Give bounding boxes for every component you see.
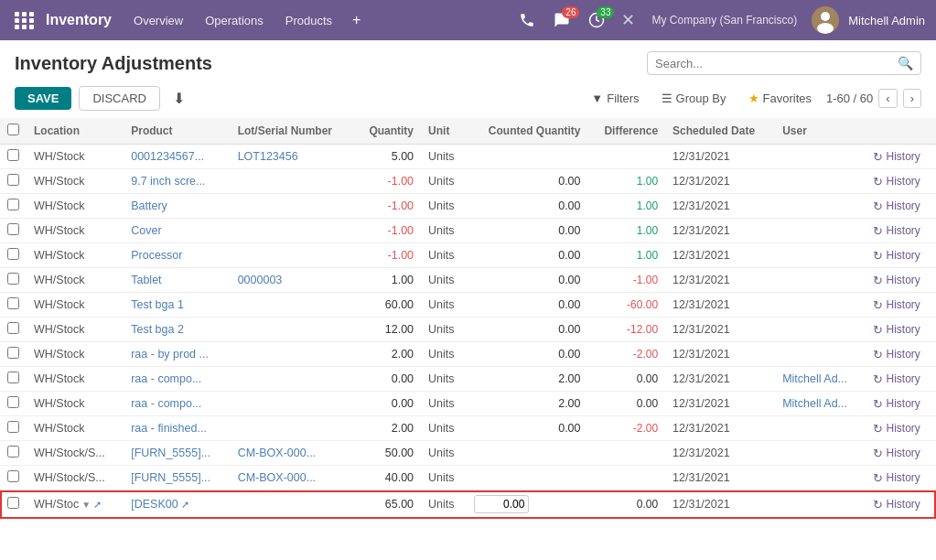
- discard-button[interactable]: DISCARD: [79, 86, 160, 111]
- row-checkbox[interactable]: [0, 342, 27, 367]
- row-lot[interactable]: [231, 194, 354, 219]
- row-checkbox[interactable]: [0, 318, 27, 342]
- row-lot[interactable]: CM-BOX-000...: [231, 441, 354, 466]
- row-counted[interactable]: 2.00: [467, 367, 587, 392]
- row-checkbox[interactable]: [0, 268, 27, 293]
- row-product[interactable]: Tablet: [124, 268, 230, 293]
- row-checkbox[interactable]: [0, 145, 27, 169]
- highlighted-row-counted[interactable]: [467, 490, 587, 519]
- highlighted-row-location[interactable]: WH/Stoc ▼ ➚: [27, 490, 124, 519]
- row-counted[interactable]: [467, 145, 587, 169]
- highlighted-row-product[interactable]: [DESK00 ➚: [124, 490, 230, 519]
- favorites-button[interactable]: ★ Favorites: [741, 88, 819, 109]
- row-user[interactable]: Mitchell Ad...: [775, 367, 865, 392]
- close-button[interactable]: ✕: [616, 10, 640, 30]
- prev-page-button[interactable]: ‹: [878, 89, 897, 108]
- row-checkbox[interactable]: [0, 194, 27, 219]
- row-counted[interactable]: 0.00: [467, 342, 587, 367]
- search-box[interactable]: 🔍: [647, 51, 921, 75]
- history-button[interactable]: ↻ History: [873, 397, 929, 411]
- row-counted[interactable]: [467, 441, 587, 466]
- row-product[interactable]: Test bga 2: [124, 318, 230, 342]
- row-lot[interactable]: 0000003: [231, 268, 354, 293]
- location-dropdown-arrow[interactable]: ▼: [81, 500, 91, 510]
- next-page-button[interactable]: ›: [903, 89, 921, 108]
- row-lot[interactable]: [231, 392, 354, 416]
- row-checkbox[interactable]: [0, 367, 27, 392]
- row-lot[interactable]: [231, 243, 354, 268]
- apps-menu-button[interactable]: [11, 6, 38, 34]
- row-checkbox[interactable]: [0, 293, 27, 318]
- add-menu-button[interactable]: +: [345, 8, 368, 32]
- download-button[interactable]: ⬇: [167, 86, 190, 111]
- history-button[interactable]: ↻ History: [873, 274, 929, 287]
- counted-input[interactable]: [474, 495, 529, 513]
- product-external-link[interactable]: ➚: [181, 499, 189, 511]
- row-counted[interactable]: 0.00: [467, 169, 587, 194]
- row-lot[interactable]: [231, 367, 354, 392]
- search-icon[interactable]: 🔍: [898, 56, 913, 70]
- history-button[interactable]: ↻ History: [873, 199, 929, 213]
- row-counted[interactable]: 0.00: [467, 219, 587, 243]
- row-product[interactable]: 0001234567...: [124, 145, 230, 169]
- row-product[interactable]: [FURN_5555]...: [124, 466, 230, 490]
- history-button[interactable]: ↻ History: [873, 249, 929, 263]
- row-product[interactable]: raa - compo...: [124, 367, 230, 392]
- row-product[interactable]: Test bga 1: [124, 293, 230, 318]
- row-lot[interactable]: [231, 293, 354, 318]
- row-counted[interactable]: 0.00: [467, 243, 587, 268]
- history-button[interactable]: ↻ History: [873, 298, 929, 312]
- row-product[interactable]: raa - by prod ...: [124, 342, 230, 367]
- nav-overview[interactable]: Overview: [124, 8, 192, 33]
- row-checkbox[interactable]: [0, 169, 27, 194]
- row-product[interactable]: Cover: [124, 219, 230, 243]
- history-button[interactable]: ↻ History: [873, 323, 929, 337]
- row-checkbox[interactable]: [0, 416, 27, 441]
- row-lot[interactable]: [231, 342, 354, 367]
- history-button[interactable]: ↻ History: [873, 175, 929, 188]
- filters-button[interactable]: ▼ Filters: [584, 88, 646, 109]
- highlighted-history-button[interactable]: ↻ History: [873, 498, 929, 512]
- highlighted-row-checkbox[interactable]: [0, 490, 27, 519]
- history-button[interactable]: ↻ History: [873, 224, 929, 238]
- row-user[interactable]: Mitchell Ad...: [775, 392, 865, 416]
- row-product[interactable]: Battery: [124, 194, 230, 219]
- row-product[interactable]: 9.7 inch scre...: [124, 169, 230, 194]
- history-button[interactable]: ↻ History: [873, 471, 929, 485]
- row-counted[interactable]: [467, 466, 587, 490]
- row-lot[interactable]: LOT123456: [231, 145, 354, 169]
- row-lot[interactable]: [231, 169, 354, 194]
- location-external-link[interactable]: ➚: [93, 499, 102, 511]
- row-counted[interactable]: 0.00: [467, 194, 587, 219]
- nav-operations[interactable]: Operations: [196, 8, 273, 33]
- save-button[interactable]: SAVE: [15, 87, 71, 110]
- search-input[interactable]: [655, 57, 898, 70]
- chat-icon-button[interactable]: 26: [546, 8, 577, 32]
- activity-icon-button[interactable]: 33: [581, 8, 612, 32]
- row-product[interactable]: raa - compo...: [124, 392, 230, 416]
- row-checkbox[interactable]: [0, 466, 27, 490]
- row-lot[interactable]: CM-BOX-000...: [231, 466, 354, 490]
- highlighted-row-lot[interactable]: [231, 490, 354, 519]
- nav-products[interactable]: Products: [276, 8, 341, 33]
- row-lot[interactable]: [231, 416, 354, 441]
- row-counted[interactable]: 0.00: [467, 293, 587, 318]
- row-counted[interactable]: 0.00: [467, 416, 587, 441]
- row-lot[interactable]: [231, 219, 354, 243]
- history-button[interactable]: ↻ History: [873, 372, 929, 386]
- row-checkbox[interactable]: [0, 243, 27, 268]
- groupby-button[interactable]: ☰ Group By: [654, 88, 734, 109]
- history-button[interactable]: ↻ History: [873, 422, 929, 436]
- row-product[interactable]: raa - finished...: [124, 416, 230, 441]
- row-product[interactable]: Processor: [124, 243, 230, 268]
- row-checkbox[interactable]: [0, 441, 27, 466]
- row-lot[interactable]: [231, 318, 354, 342]
- row-checkbox[interactable]: [0, 219, 27, 243]
- phone-icon-button[interactable]: [511, 8, 543, 32]
- row-counted[interactable]: 0.00: [467, 318, 587, 342]
- row-counted[interactable]: 2.00: [467, 392, 587, 416]
- avatar[interactable]: [812, 6, 839, 34]
- row-counted[interactable]: 0.00: [467, 268, 587, 293]
- header-checkbox[interactable]: [0, 118, 27, 145]
- history-button[interactable]: ↻ History: [873, 348, 929, 361]
